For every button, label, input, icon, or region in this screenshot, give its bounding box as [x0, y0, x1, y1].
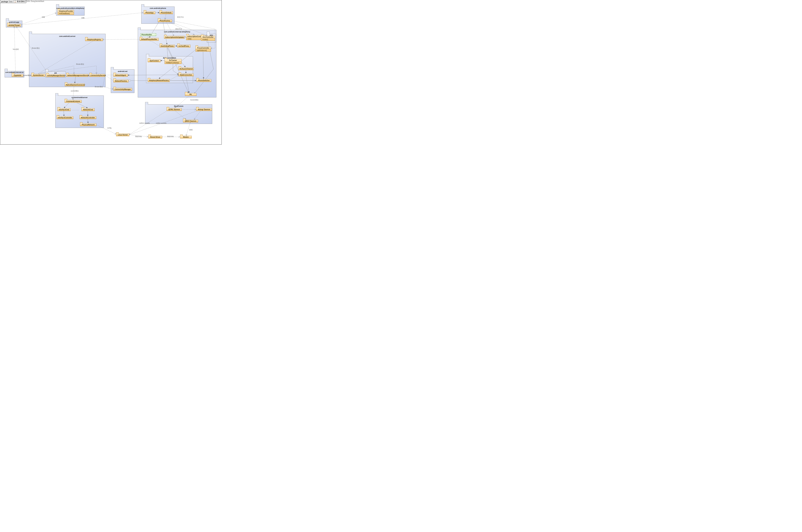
class-interface-cmd: InterfaceCmd	[57, 108, 71, 111]
class-connectivity-service: ConnectivityService	[89, 74, 105, 77]
iface-phone-notifier: PhoneNotifier	[140, 33, 156, 36]
class-dc-async-channel: DcAsyncChannel	[179, 68, 194, 70]
class-network-cmd: NetworkCmd	[81, 108, 95, 111]
class-zygote-init: ZygoteInit	[12, 74, 23, 77]
class-activity-manager-service: ActivityManagerService	[46, 74, 65, 77]
diagram-canvas: package Data [ 📋 整体结构 ] From CSDN: Zhang…	[0, 0, 222, 145]
lollipop-icon	[155, 34, 157, 36]
pkg-title: system/netd/server	[55, 96, 104, 98]
class-physical-network: PhysicalNetwork	[80, 124, 96, 126]
label-smd: SMD	[189, 129, 193, 131]
label-netlink2: netlink sockets	[156, 122, 166, 124]
class-icc-card-proxy: IccCardProxy	[177, 45, 190, 48]
class-modem: Modem	[180, 136, 192, 138]
pkg-title: dataconnection	[146, 57, 193, 59]
class-phone-factory: PhoneFactory	[158, 19, 172, 22]
pkg-title: com.android.phone	[142, 7, 174, 9]
class-proxy-controller: ProxyController +getInstance()	[196, 46, 211, 52]
label-binder2: Binder通信	[76, 63, 84, 65]
pkg-title: com.android.internal.telephony	[138, 31, 216, 33]
label-load2: 加载	[81, 17, 85, 19]
label-netlink1: netlink sockets	[139, 122, 150, 124]
pkg-title: com.android.server	[29, 35, 105, 37]
ellipsis: ..........	[72, 109, 79, 111]
class-apn-context: ApnContext	[148, 59, 161, 62]
pkg-title: QualComm	[145, 105, 212, 107]
class-default-phone-notifier: DefaultPhoneNotifier	[140, 38, 159, 41]
class-phone-switcher: PhoneSwitcher	[197, 79, 211, 82]
label-load1: 加载	[42, 16, 45, 18]
class-network-agent: NetworkAgent	[113, 74, 128, 77]
label-socket1: socket通信	[23, 74, 31, 77]
label-fork: fork进程	[13, 48, 19, 51]
class-qmux-daemon: QMUX Daemon	[183, 120, 198, 122]
header-name: Data	[9, 1, 13, 3]
class-telephony-registry: TelephonyRegistry	[85, 38, 103, 41]
class-network-factory: NetworkFactory	[113, 80, 128, 82]
class-gsmcdma-phone: GsmCdmaPhone	[160, 45, 175, 48]
class-activity-thread: ActivityThread	[7, 24, 21, 26]
class-linux-kernel: Linux Kernel	[116, 133, 129, 136]
class-command-listener: CommandListener	[65, 100, 81, 103]
pkg-title: com.android.providers.telephony	[56, 7, 84, 9]
class-rmnet-driver: Rmnet Driver	[148, 136, 162, 138]
pkg-title: com.android.internal.os	[5, 72, 24, 73]
class-data-connection: DataConnection	[179, 74, 194, 76]
label-config: config	[107, 127, 111, 129]
pkg-title: android.net	[111, 70, 134, 72]
label-datax1: 数据传输	[135, 135, 142, 138]
label-binder3: Binder通信	[95, 86, 103, 88]
label-static2: 静态方法	[176, 28, 182, 30]
class-subscription-info-updater: SubscriptionInfoUpdater	[164, 36, 184, 39]
class-network-mgmt-service: NetworkManagementService	[66, 74, 88, 77]
class-network-controller: NetworkController	[79, 116, 96, 119]
class-ril: RIL	[185, 93, 197, 96]
pkg-qualcomm: QualComm	[145, 104, 212, 124]
class-connectivity-manager: ConnectivityManager	[113, 88, 132, 91]
header-prefix: package	[1, 1, 8, 3]
class-system-server: SystemServer	[32, 74, 45, 77]
class-phone-app: PhoneApp	[144, 12, 155, 14]
class-telephony-provider: TelephonyProvider +initDataBase()	[58, 10, 74, 15]
class-interface-controller: InterfaceController	[57, 116, 73, 119]
credit-text: From CSDN: ZhangJianIsAStark	[21, 0, 44, 2]
class-native-daemon-connector: NativeDaemonConnector	[65, 83, 85, 86]
class-uicc-controller: UiccController +make()	[201, 36, 215, 41]
class-dc-tracker: DcTracker +initApnContexts()	[165, 59, 182, 64]
class-netmgr-daemon: Netmgr Daemon	[196, 108, 212, 111]
pkg-com-android-server: com.android.server	[29, 34, 106, 87]
label-static1: 静态方法	[177, 16, 184, 18]
label-socket2: socket通信	[71, 90, 78, 92]
label-binder1: Binder通信	[32, 47, 40, 49]
label-socket3: Socket通信	[190, 99, 198, 101]
label-datax2: 数据传输	[167, 135, 174, 138]
class-phone-globals: PhoneGlobals	[160, 12, 173, 14]
class-telephony-network-factory: TelephonyNetworkFactory	[148, 79, 170, 82]
class-qcril-daemon: QCRIL Daemon	[167, 108, 182, 111]
